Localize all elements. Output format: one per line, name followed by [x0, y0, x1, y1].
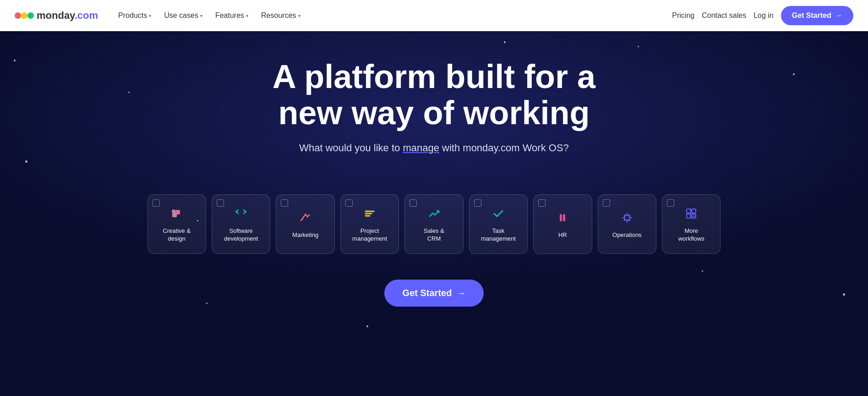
- nav-links: Products ▾ Use cases ▾ Features ▾ Resour…: [113, 8, 306, 23]
- workflow-card-hr[interactable]: HR: [533, 194, 592, 254]
- workflow-card-operations[interactable]: Operations: [598, 194, 656, 254]
- workflow-card-software[interactable]: Softwaredevelopment: [212, 194, 270, 254]
- workflow-cards-container: Creative &design Softwaredevelopment: [136, 194, 732, 254]
- card-checkbox: [409, 199, 417, 207]
- svg-point-11: [624, 215, 630, 220]
- creative-design-icon: [169, 205, 185, 222]
- workflow-card-project[interactable]: Projectmanagement: [340, 194, 399, 254]
- nav-contact-sales[interactable]: Contact sales: [702, 11, 746, 20]
- workflow-card-more[interactable]: Moreworkflows: [662, 194, 721, 254]
- card-checkbox: [345, 199, 353, 207]
- svg-rect-14: [687, 214, 691, 218]
- sales-crm-icon: [426, 205, 442, 222]
- star-decoration: [702, 270, 703, 272]
- card-label-hr: HR: [558, 231, 567, 239]
- card-label-marketing: Marketing: [292, 231, 318, 239]
- svg-point-5: [172, 209, 175, 213]
- marketing-icon: [297, 209, 314, 226]
- nav-get-started-button[interactable]: Get Started →: [781, 6, 853, 25]
- nav-cta-arrow-icon: →: [835, 11, 842, 20]
- svg-rect-12: [687, 209, 691, 213]
- nav-resources[interactable]: Resources ▾: [256, 8, 306, 23]
- card-checkbox: [281, 199, 288, 207]
- svg-point-2: [27, 12, 34, 19]
- software-dev-icon: [233, 205, 249, 222]
- card-checkbox: [474, 199, 481, 207]
- products-chevron-icon: ▾: [149, 13, 151, 18]
- card-label-software: Softwaredevelopment: [224, 227, 258, 243]
- hero-title: A platform built for a new way of workin…: [273, 59, 595, 131]
- card-label-creative: Creative &design: [163, 227, 191, 243]
- resources-chevron-icon: ▾: [298, 13, 300, 18]
- nav-features[interactable]: Features ▾: [210, 8, 254, 23]
- hero-cta-arrow-icon: →: [456, 288, 465, 298]
- navbar: monday.com Products ▾ Use cases ▾ Featur…: [0, 0, 868, 31]
- workflow-card-marketing[interactable]: Marketing: [276, 194, 334, 254]
- logo[interactable]: monday.com: [15, 9, 98, 22]
- nav-use-cases[interactable]: Use cases ▾: [158, 8, 208, 23]
- hr-icon: [554, 209, 571, 226]
- card-label-project: Projectmanagement: [352, 227, 387, 243]
- card-checkbox: [667, 199, 674, 207]
- svg-rect-4: [175, 210, 180, 214]
- card-label-sales: Sales &CRM: [424, 227, 444, 243]
- card-checkbox: [603, 199, 610, 207]
- workflow-card-task[interactable]: Taskmanagement: [469, 194, 528, 254]
- star-decoration: [366, 325, 368, 327]
- svg-point-1: [21, 12, 27, 19]
- nav-pricing[interactable]: Pricing: [672, 11, 694, 20]
- hero-get-started-button[interactable]: Get Started →: [384, 280, 484, 307]
- star-decoration: [638, 46, 639, 47]
- hero-content: A platform built for a new way of workin…: [263, 31, 605, 194]
- card-checkbox: [538, 199, 546, 207]
- nav-login[interactable]: Log in: [753, 11, 774, 20]
- hero-section: A platform built for a new way of workin…: [0, 0, 868, 396]
- star-decoration: [793, 73, 795, 75]
- use-cases-chevron-icon: ▾: [200, 13, 202, 18]
- card-label-more: Moreworkflows: [678, 227, 704, 243]
- star-decoration: [14, 60, 16, 61]
- hero-cta-container: Get Started →: [384, 280, 484, 307]
- svg-rect-10: [563, 214, 565, 221]
- svg-point-0: [15, 12, 21, 19]
- nav-products[interactable]: Products ▾: [113, 8, 157, 23]
- card-checkbox: [153, 199, 160, 207]
- task-mgmt-icon: [490, 205, 507, 222]
- workflow-card-creative[interactable]: Creative &design: [147, 194, 206, 254]
- star-decoration: [128, 92, 130, 93]
- card-label-task: Taskmanagement: [481, 227, 516, 243]
- star-decoration: [25, 160, 27, 163]
- svg-rect-9: [560, 214, 562, 221]
- project-mgmt-icon: [361, 205, 378, 222]
- workflow-card-sales[interactable]: Sales &CRM: [404, 194, 463, 254]
- operations-icon: [619, 209, 635, 226]
- logo-icon: [15, 9, 34, 22]
- logo-text: monday.com: [37, 10, 98, 22]
- card-checkbox: [217, 199, 224, 207]
- features-chevron-icon: ▾: [246, 13, 248, 18]
- card-label-operations: Operations: [612, 231, 642, 239]
- more-workflows-icon: [683, 205, 699, 222]
- nav-right: Pricing Contact sales Log in Get Started…: [672, 6, 853, 25]
- nav-left: monday.com Products ▾ Use cases ▾ Featur…: [15, 8, 306, 23]
- svg-rect-13: [692, 209, 696, 213]
- star-decoration: [206, 302, 207, 304]
- star-decoration: [843, 293, 845, 296]
- hero-subtitle: What would you like to manage with monda…: [299, 142, 569, 154]
